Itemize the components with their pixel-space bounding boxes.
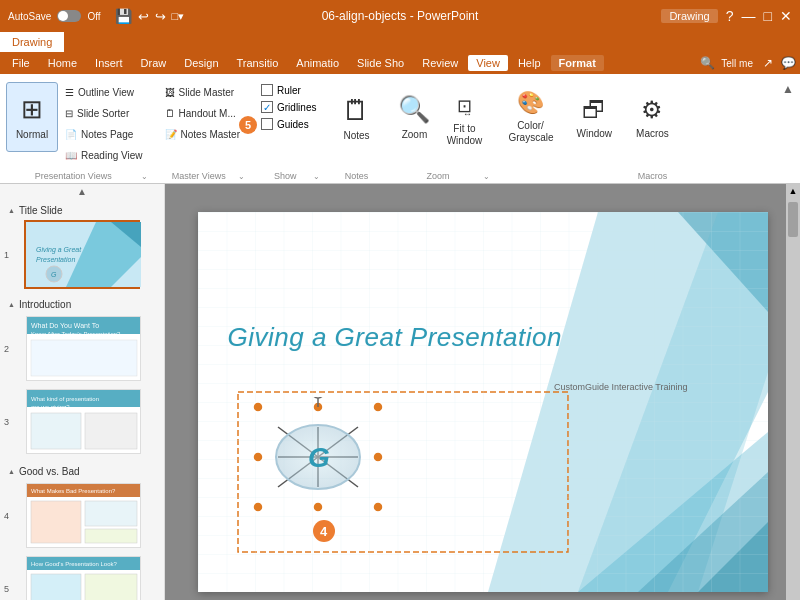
fit-to-window-button[interactable]: ⊡ ↔ Fit to Window <box>438 82 490 152</box>
notes-icon: 🗒 <box>342 94 370 127</box>
menu-animations[interactable]: Animatio <box>288 55 347 71</box>
window-content: 🗗 Window <box>564 78 624 179</box>
title-bar: AutoSave Off 💾 ↩ ↪ □▾ 06-align-objects -… <box>0 0 800 32</box>
scroll-up-btn[interactable]: ▲ <box>787 184 800 198</box>
show-expand[interactable]: ⌄ <box>313 172 320 181</box>
scroll-up-arrow[interactable]: ▲ <box>0 184 164 199</box>
outline-icon: ☰ <box>65 87 74 98</box>
slide-master-icon: 🖼 <box>165 87 175 98</box>
svg-point-48 <box>373 502 383 512</box>
notes-page-button[interactable]: 📄 Notes Page <box>60 124 148 144</box>
menu-slideshow[interactable]: Slide Sho <box>349 55 412 71</box>
slide-5-thumb[interactable]: How Good's Presentation Look? <box>24 554 140 600</box>
drawing-tab-indicator: Drawing <box>661 9 717 23</box>
maximize-button[interactable]: □ <box>764 8 772 24</box>
menu-format[interactable]: Format <box>551 55 604 71</box>
slide-master-button[interactable]: 🖼 Slide Master <box>160 82 245 102</box>
slide-canvas[interactable]: Giving a Great Presentation CustomGuide … <box>198 212 768 592</box>
search-icon[interactable]: 🔍 <box>700 56 715 70</box>
window-button[interactable]: 🗗 Window <box>570 82 618 152</box>
reading-view-button[interactable]: 📖 Reading View <box>60 145 148 165</box>
svg-rect-11 <box>31 340 137 376</box>
normal-view-button[interactable]: ⊞ Normal <box>6 82 58 152</box>
master-views-content: 🖼 Slide Master 🗒 Handout M... 📝 Notes Ma… <box>154 78 251 169</box>
undo-icon[interactable]: ↩ <box>138 9 149 24</box>
slide-sorter-label: Slide Sorter <box>77 108 129 119</box>
gridlines-cb <box>261 101 273 113</box>
ribbon-group-notes: 🗒 Notes Notes <box>326 78 386 183</box>
menu-bar: File Home Insert Draw Design Transitio A… <box>0 52 800 74</box>
handout-master-icon: 🗒 <box>165 108 175 119</box>
slide-2-thumb[interactable]: What Do You Want To Know After Today's P… <box>24 314 140 383</box>
ribbon-group-master-views: 🖼 Slide Master 🗒 Handout M... 📝 Notes Ma… <box>154 78 251 183</box>
menu-help[interactable]: Help <box>510 55 549 71</box>
color-content: 🎨 Color/ Grayscale <box>496 78 564 179</box>
slide-3-num: 3 <box>4 417 9 427</box>
zoom-button[interactable]: 🔍 Zoom <box>392 82 436 152</box>
zoom-label: Zoom <box>392 171 483 181</box>
menu-home[interactable]: Home <box>40 55 85 71</box>
show-footer: Show ⌄ <box>251 169 326 183</box>
comments-icon[interactable]: 💬 <box>781 56 796 70</box>
step-5-badge: 5 <box>239 116 257 134</box>
slide-subtitle: CustomGuide Interactive Training <box>554 382 688 392</box>
slide-3-thumb[interactable]: What kind of presentation are we giving? <box>24 387 140 456</box>
ruler-checkbox[interactable]: Ruler <box>257 82 320 98</box>
autosave-label: AutoSave <box>8 11 51 22</box>
master-views-label: Master Views <box>160 171 238 181</box>
notes-page-label: Notes Page <box>81 129 133 140</box>
master-views-expand[interactable]: ⌄ <box>238 172 245 181</box>
scroll-thumb[interactable] <box>788 202 798 237</box>
svg-point-47 <box>253 502 263 512</box>
menu-design[interactable]: Design <box>176 55 226 71</box>
menu-insert[interactable]: Insert <box>87 55 131 71</box>
slide-2-num: 2 <box>4 344 9 354</box>
presentation-views-expand[interactable]: ⌄ <box>141 172 148 181</box>
tell-me[interactable]: Tell me <box>721 58 753 69</box>
menu-file[interactable]: File <box>4 55 38 71</box>
slide-1-thumb[interactable]: Giving a Great Presentation G <box>24 220 140 289</box>
slide-sorter-button[interactable]: ⊟ Slide Sorter <box>60 103 148 123</box>
svg-rect-23 <box>85 529 137 543</box>
notes-master-button[interactable]: 📝 Notes Master 5 <box>160 124 245 144</box>
zoom-icon: 🔍 <box>398 94 430 125</box>
canvas-area: Giving a Great Presentation CustomGuide … <box>165 184 800 600</box>
menu-draw[interactable]: Draw <box>133 55 175 71</box>
presentation-small-views: ☰ Outline View ⊟ Slide Sorter 📄 Notes Pa… <box>60 82 148 165</box>
outline-view-button[interactable]: ☰ Outline View <box>60 82 148 102</box>
save-icon[interactable]: 💾 <box>115 8 132 24</box>
gridlines-checkbox[interactable]: Gridlines <box>257 99 320 115</box>
customize-icon[interactable]: □▾ <box>172 10 185 23</box>
share-icon[interactable]: ↗ <box>763 56 773 70</box>
ribbon-group-color: 🎨 Color/ Grayscale <box>496 78 564 183</box>
ruler-label: Ruler <box>277 85 301 96</box>
autosave-toggle[interactable] <box>57 10 81 22</box>
guides-checkbox[interactable]: Guides <box>257 116 320 132</box>
svg-text:Know After Today's Presentatio: Know After Today's Presentation? <box>31 331 121 337</box>
close-button[interactable]: ✕ <box>780 8 792 24</box>
color-grayscale-button[interactable]: 🎨 Color/ Grayscale <box>502 82 558 152</box>
ribbon-collapse[interactable]: ▲ <box>776 78 800 183</box>
slide-4-thumb[interactable]: What Makes Bad Presentation? <box>24 481 140 550</box>
help-icon[interactable]: ? <box>726 8 734 24</box>
macros-button[interactable]: ⚙ Macros <box>630 82 675 152</box>
zoom-expand[interactable]: ⌄ <box>483 172 490 181</box>
title-bar-controls: Drawing ? — □ ✕ <box>661 8 792 24</box>
menu-view[interactable]: View <box>468 55 508 71</box>
vertical-scrollbar[interactable]: ▲ <box>786 184 800 600</box>
menu-transitions[interactable]: Transitio <box>229 55 287 71</box>
redo-icon[interactable]: ↪ <box>155 9 166 24</box>
svg-text:What kind of presentation: What kind of presentation <box>31 396 99 402</box>
notes-content: 🗒 Notes <box>326 78 386 169</box>
svg-point-46 <box>373 452 383 462</box>
fit-window-label: Fit to Window <box>444 123 484 147</box>
off-label: Off <box>87 11 100 22</box>
handout-master-button[interactable]: 🗒 Handout M... <box>160 103 245 123</box>
menu-review[interactable]: Review <box>414 55 466 71</box>
minimize-button[interactable]: — <box>742 8 756 24</box>
macros-group-label: Macros <box>630 171 675 181</box>
section-introduction: Introduction <box>0 293 164 312</box>
color-label: Color/ Grayscale <box>508 120 552 144</box>
notes-button[interactable]: 🗒 Notes <box>332 82 380 152</box>
svg-point-42 <box>373 402 383 412</box>
